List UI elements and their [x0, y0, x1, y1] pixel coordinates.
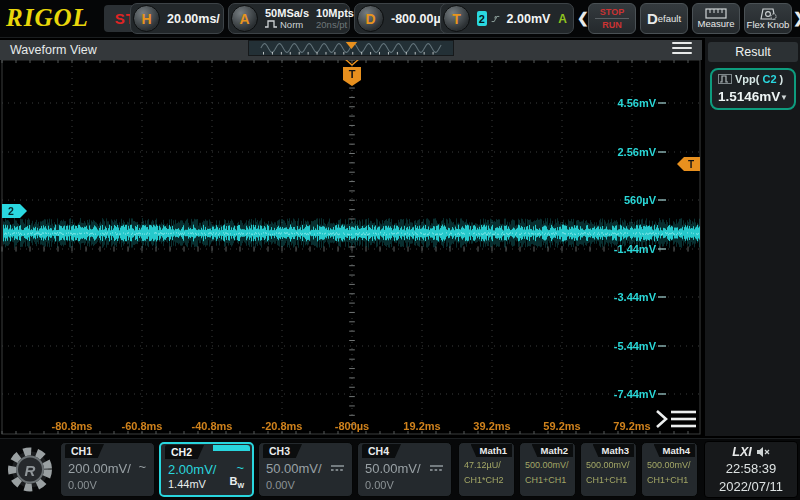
default-button[interactable]: Default	[640, 3, 688, 34]
rigol-logo: RIGOL	[6, 4, 89, 32]
trigger-level-marker[interactable]: T	[677, 157, 700, 171]
stop-run-button[interactable]: STOP RUN	[588, 3, 636, 34]
ch4-tab: CH4	[362, 444, 401, 458]
trigger-position-flag[interactable]: T	[343, 67, 361, 86]
math4-expression: CH1+CH1	[647, 475, 688, 485]
v-axis-label: 4.56mV	[617, 97, 656, 110]
ch2-offset: 1.44mV	[168, 478, 206, 490]
channel-card-ch2[interactable]: CH2 2.00mV/ ~ 1.44mV BW	[159, 442, 254, 497]
result-panel-header: Result	[708, 42, 798, 62]
ch2-active-strip	[213, 445, 250, 451]
ch1-tab: CH1	[65, 444, 104, 458]
v-axis-label: -5.44mV	[614, 340, 656, 353]
math-card-math3[interactable]: Math3 500.00mV/ CH1+CH1	[580, 442, 637, 497]
acquire-mode-value: Norm	[280, 19, 303, 30]
math3-expression: CH1+CH1	[586, 475, 627, 485]
flex-knob-button[interactable]: Flex Knob	[744, 3, 792, 34]
math2-scale: 500.00mV/	[525, 460, 569, 470]
stop-label: STOP	[595, 7, 629, 19]
vpp-measurement-item[interactable]: Vpp(C2) 1.5146mV ▼	[710, 68, 796, 110]
horizontal-settings-group[interactable]: H 20.00ms/	[130, 3, 224, 34]
speaker-muted-icon	[756, 446, 770, 458]
dc-coupling-icon	[430, 464, 443, 472]
horizontal-scale-value: 20.00ms/	[167, 12, 220, 26]
t-axis-label: -80.8ms	[40, 420, 104, 432]
channel2-offset-marker[interactable]: 2	[2, 204, 27, 218]
memory-depth-value: 10Mpts	[316, 8, 354, 19]
t-axis-label: -60.8ms	[110, 420, 174, 432]
math1-expression: CH1*CH2	[464, 475, 504, 485]
dc-coupling-icon	[331, 464, 344, 472]
measurement-name: Vpp(	[735, 73, 759, 85]
delay-knob[interactable]: D	[357, 5, 384, 32]
ch3-tab: CH3	[263, 444, 302, 458]
t-axis-label: -20.8ms	[250, 420, 314, 432]
trigger-level-label: T	[688, 159, 694, 170]
acquire-settings-group[interactable]: A 50MSa/s Norm 10Mpts 20ns/pt	[228, 3, 350, 34]
trigger-mode-indicator: A	[558, 12, 567, 26]
system-status-panel[interactable]: LXI 22:58:39 2022/07/11	[704, 441, 798, 498]
trigger-flag-label: T	[349, 68, 356, 80]
waveform-display-area[interactable]: T 2 T 4.56mV 2.56mV 560µV -1.44mV -3.44m…	[0, 38, 702, 436]
t-axis-label: 59.2ms	[530, 420, 594, 432]
ch4-offset: 0.00V	[365, 479, 394, 491]
gear-r-glyph: R	[25, 462, 36, 479]
ch1-offset: 0.00V	[68, 479, 97, 491]
toolbar-next-chevron[interactable]: ❯	[793, 10, 800, 26]
math-card-math2[interactable]: Math2 500.00mV/ CH1+CH1	[519, 442, 576, 497]
trigger-settings-group[interactable]: T 2 2.00mV A	[440, 3, 574, 34]
math1-scale: 47.12µU/	[464, 460, 501, 470]
result-panel: Result Vpp(C2) 1.5146mV ▼	[704, 38, 800, 436]
default-initial: D	[647, 14, 658, 24]
measurement-pulse-icon	[718, 74, 732, 84]
bandwidth-limit-badge: BW	[229, 475, 244, 489]
v-axis-label: 2.56mV	[617, 146, 656, 159]
channel-card-ch1[interactable]: CH1 200.00mV/ ~ 0.00V	[60, 442, 155, 497]
top-status-bar: RIGOL STOP H 20.00ms/ A 50MSa/s Norm 10M…	[0, 0, 800, 38]
sample-interval-value: 20ns/pt	[316, 19, 354, 30]
horizontal-knob[interactable]: H	[133, 5, 160, 32]
math3-scale: 500.00mV/	[586, 460, 630, 470]
ch1-scale: 200.00mV/	[68, 461, 131, 476]
measurement-dropdown-caret[interactable]: ▼	[780, 93, 788, 102]
t-axis-label: 79.2ms	[600, 420, 664, 432]
trigger-level-value: 2.00mV	[507, 12, 551, 26]
timebase-overview-strip[interactable]	[248, 40, 454, 56]
lxi-logo: LXI	[732, 445, 751, 459]
t-axis-label: -800µs	[320, 420, 384, 432]
channel-card-ch3[interactable]: CH3 50.00mV/ 0.00V	[258, 442, 353, 497]
t-axis-label: 39.2ms	[460, 420, 524, 432]
math2-expression: CH1+CH1	[525, 475, 566, 485]
run-label: RUN	[595, 20, 629, 30]
toolbar-prev-chevron[interactable]: ❮	[577, 10, 589, 26]
hamburger-menu-icon[interactable]	[672, 42, 692, 54]
waveform-view-title: Waveform View	[10, 43, 97, 57]
measurement-value: 1.5146mV	[718, 89, 780, 104]
math4-scale: 500.00mV/	[647, 460, 691, 470]
trigger-knob[interactable]: T	[443, 5, 470, 32]
math1-tab: Math1	[471, 444, 512, 457]
default-rest: efault	[658, 14, 681, 24]
ac-coupling-icon: ~	[236, 460, 244, 475]
system-date: 2022/07/11	[705, 479, 797, 494]
measure-button[interactable]: Measure	[692, 3, 740, 34]
flex-knob-icon	[757, 8, 779, 20]
ch2-scale: 2.00mV/	[168, 462, 216, 477]
channel-card-ch4[interactable]: CH4 50.00mV/ 0.00V	[357, 442, 452, 497]
ch3-scale: 50.00mV/	[266, 461, 322, 476]
math-card-math1[interactable]: Math1 47.12µU/ CH1*CH2	[458, 442, 515, 497]
measurement-source: C2	[762, 73, 776, 85]
marker-overlay: T 2 T	[0, 38, 702, 436]
ch4-scale: 50.00mV/	[365, 461, 421, 476]
measurement-name-close: )	[780, 73, 784, 85]
channel2-marker-label: 2	[8, 205, 14, 217]
channel-status-bar: R CH1 200.00mV/ ~ 0.00V CH2 2.00mV/ ~ 1.…	[0, 438, 800, 500]
v-axis-label: -3.44mV	[614, 291, 656, 304]
t-axis-label: 19.2ms	[390, 420, 454, 432]
math-card-math4[interactable]: Math4 500.00mV/ CH1+CH1	[641, 442, 698, 497]
utility-gear-button[interactable]: R	[3, 442, 57, 497]
v-axis-label: -1.44mV	[614, 243, 656, 256]
acquire-knob[interactable]: A	[231, 5, 258, 32]
ch3-offset: 0.00V	[266, 479, 295, 491]
ch2-tab: CH2	[165, 445, 204, 459]
